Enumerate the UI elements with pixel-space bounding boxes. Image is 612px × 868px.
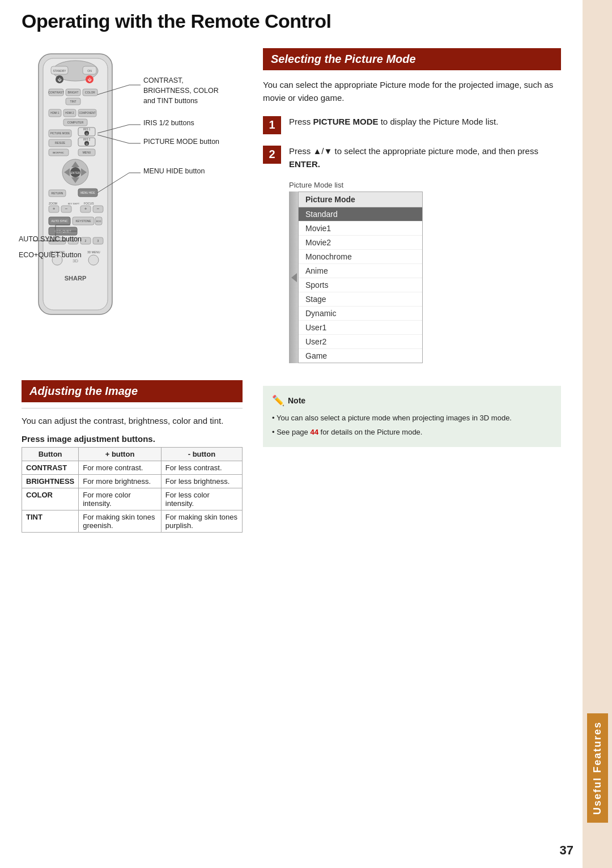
pm-item-stage[interactable]: Stage	[299, 292, 422, 307]
pm-item-movie2[interactable]: Movie2	[299, 236, 422, 250]
row-color-minus: For less color intensity.	[161, 488, 242, 510]
pm-item-user1[interactable]: User1	[299, 321, 422, 335]
step-1-bold: PICTURE MODE	[313, 117, 379, 126]
selecting-intro: You can select the appropriate Picture m…	[263, 78, 561, 105]
remote-control-section: STANDBY ON ⏻ ⏻ CONTRAST BRIGHT COLOR	[22, 48, 243, 363]
step-2-bold: ENTER.	[289, 159, 320, 169]
svg-text:FOCUS: FOCUS	[84, 202, 94, 205]
svg-text:RESIZE: RESIZE	[55, 141, 66, 144]
col-minus: - button	[161, 448, 242, 461]
col-button: Button	[22, 448, 79, 461]
svg-text:IRIS 1: IRIS 1	[83, 128, 91, 131]
svg-text:RETURN: RETURN	[52, 192, 63, 195]
pm-item-monochrome[interactable]: Monochrome	[299, 250, 422, 264]
row-contrast-minus: For less contrast.	[161, 461, 242, 475]
svg-text:HDMI 1: HDMI 1	[50, 112, 60, 114]
svg-text:3D: 3D	[73, 258, 78, 263]
table-row: TINT For making skin tones greenish. For…	[22, 510, 243, 533]
adjusting-header-text: Adjusting the Image	[29, 385, 138, 397]
list-left-decoration	[289, 192, 298, 363]
callout-contrast: CONTRAST,BRIGHTNESS, COLORand TINT butto…	[143, 75, 219, 106]
svg-text:COMPONENT: COMPONENT	[79, 112, 96, 114]
svg-text:+: +	[84, 206, 87, 211]
svg-text:⏻: ⏻	[58, 78, 62, 82]
svg-text:2: 2	[85, 239, 87, 242]
row-brightness-plus: For more brightness.	[79, 475, 162, 488]
step-1: 1 Press PICTURE MODE to display the Pict…	[263, 115, 561, 134]
row-tint-label: TINT	[22, 510, 79, 533]
tab-label: Useful Features	[587, 713, 608, 823]
sidebar-tab: Useful Features	[583, 0, 612, 868]
pm-item-dynamic[interactable]: Dynamic	[299, 307, 422, 321]
svg-text:AUTO SYNC: AUTO SYNC	[51, 219, 67, 223]
page-title: Operating with the Remote Control	[22, 10, 561, 32]
section-divider	[22, 408, 243, 409]
col-plus: + button	[79, 448, 162, 461]
row-color-plus: For more color intensity.	[79, 488, 162, 510]
svg-text:HDMI 2: HDMI 2	[65, 112, 74, 114]
svg-text:ON: ON	[87, 69, 92, 73]
picture-mode-label: Picture Mode list	[289, 181, 561, 189]
svg-text:BRIGHT: BRIGHT	[68, 91, 79, 94]
press-label: Press image adjustment buttons.	[22, 434, 243, 444]
table-row: COLOR For more color intensity. For less…	[22, 488, 243, 510]
step-1-number: 1	[263, 116, 281, 134]
row-color-label: COLOR	[22, 488, 79, 510]
note-label: Note	[288, 394, 305, 407]
selecting-header-text: Selecting the Picture Mode	[271, 53, 416, 65]
svg-text:COMPUTER: COMPUTER	[67, 121, 84, 124]
callout-iris: IRIS 1/2 buttons	[143, 119, 194, 127]
row-tint-plus: For making skin tones greenish.	[79, 510, 162, 533]
svg-text:TINT: TINT	[70, 100, 76, 103]
svg-text:⏻: ⏻	[88, 78, 92, 82]
pm-item-game[interactable]: Game	[299, 349, 422, 363]
page-title-bar: Operating with the Remote Control	[22, 0, 561, 38]
adjust-intro: You can adjust the contrast, brightness,…	[22, 414, 243, 427]
adjusting-section: Adjusting the Image You can adjust the c…	[22, 380, 243, 533]
note-item-1: • You can also select a picture mode whe…	[272, 412, 552, 424]
pm-item-movie1[interactable]: Movie1	[299, 222, 422, 236]
note-section: ✏️ Note • You can also select a picture …	[263, 380, 561, 533]
svg-text:MENU: MENU	[83, 151, 91, 154]
row-brightness-label: BRIGHTNESS	[22, 475, 79, 488]
page-number: 37	[560, 843, 573, 858]
step-2-text: Press ▲/▼ to select the appropriate pict…	[289, 144, 561, 171]
svg-text:3D MENU: 3D MENU	[87, 250, 100, 254]
adjusting-header: Adjusting the Image	[22, 380, 243, 402]
note-header: ✏️ Note	[272, 393, 552, 409]
svg-text:+: +	[53, 206, 56, 211]
note-icon: ✏️	[272, 393, 284, 409]
note-item-2: • See page 44 for details on the Picture…	[272, 427, 552, 439]
row-contrast-plus: For more contrast.	[79, 461, 162, 475]
step-1-text: Press PICTURE MODE to display the Pictur…	[289, 115, 498, 128]
pm-item-user2[interactable]: User2	[299, 335, 422, 349]
svg-text:ECO: ECO	[96, 220, 101, 223]
note-link[interactable]: 44	[310, 428, 318, 436]
picture-mode-area: Picture Mode list Picture Mode Standard …	[289, 181, 561, 363]
callout-menu-hide: MENU HIDE button	[143, 167, 205, 175]
pm-item-sports[interactable]: Sports	[299, 278, 422, 292]
pm-item-anime[interactable]: Anime	[299, 264, 422, 278]
svg-text:PICTURE MODE: PICTURE MODE	[50, 132, 70, 135]
svg-text:MENU HIDE: MENU HIDE	[80, 192, 95, 194]
selecting-header: Selecting the Picture Mode	[263, 48, 561, 70]
svg-text:IMORPHIC: IMORPHIC	[53, 151, 64, 154]
adjustment-table: Button + button - button CONTRAST For mo…	[22, 447, 243, 533]
svg-text:KEYSTONE: KEYSTONE	[75, 219, 91, 223]
svg-text:3: 3	[97, 239, 99, 242]
row-contrast-label: CONTRAST	[22, 461, 79, 475]
svg-text:KEY SHIFT: KEY SHIFT	[68, 202, 80, 205]
svg-text:STANDBY: STANDBY	[53, 69, 66, 73]
svg-text:ZOOM: ZOOM	[49, 202, 57, 205]
row-tint-minus: For making skin tones purplish.	[161, 510, 242, 533]
callout-auto-sync: AUTO SYNC button	[19, 235, 82, 243]
svg-text:CONTRAST: CONTRAST	[48, 91, 64, 94]
row-brightness-minus: For less brightness.	[161, 475, 242, 488]
callout-eco: ECO+QUIET button	[19, 251, 82, 259]
svg-point-84	[88, 255, 99, 265]
svg-text:−: −	[97, 206, 100, 211]
pm-item-standard[interactable]: Standard	[299, 207, 422, 222]
svg-text:−: −	[65, 206, 68, 211]
selecting-section: Selecting the Picture Mode You can selec…	[263, 48, 561, 363]
step-2: 2 Press ▲/▼ to select the appropriate pi…	[263, 144, 561, 171]
